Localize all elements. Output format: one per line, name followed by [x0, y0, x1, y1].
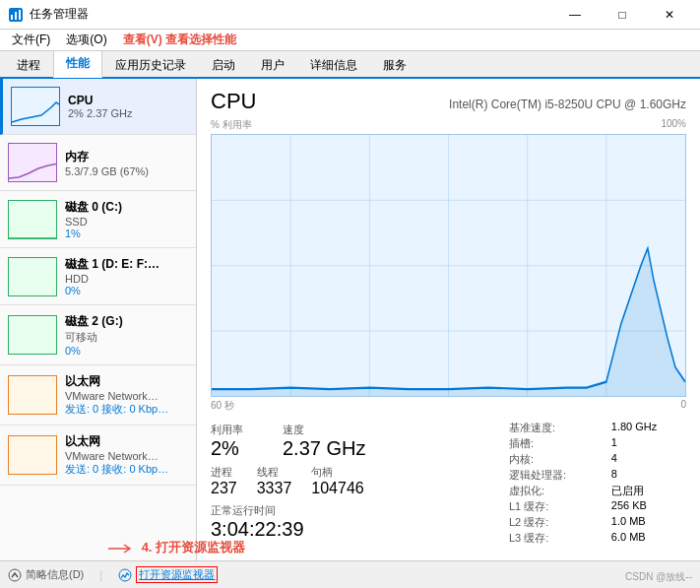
menu-file[interactable]: 文件(F)	[4, 30, 58, 50]
tab-services[interactable]: 服务	[370, 52, 419, 78]
logical-key: 逻辑处理器:	[509, 468, 596, 483]
svg-rect-7	[9, 258, 57, 296]
bottom-bar: 简略信息(D) | 打开资源监视器 4. 打开资源监视器 CSDN @放线--	[0, 560, 700, 588]
eth1-value: 发送: 0 接收: 0 Kbp…	[65, 462, 188, 477]
l1-key: L1 缓存:	[509, 499, 596, 514]
chart-time-right: 0	[680, 399, 686, 413]
sidebar-item-disk2[interactable]: 磁盘 2 (G:) 可移动 0%	[0, 305, 196, 365]
chart-labels: % 利用率 100%	[211, 118, 686, 132]
virtualization-key: 虚拟化:	[509, 484, 596, 498]
eth1-thumb	[8, 435, 57, 475]
collapse-btn[interactable]: 简略信息(D)	[8, 567, 84, 582]
sidebar-item-eth1[interactable]: 以太网 VMware Network… 发送: 0 接收: 0 Kbp…	[0, 425, 196, 486]
chevron-up-icon	[8, 568, 22, 582]
main-content: CPU 2% 2.37 GHz 内存 5.3/7.9 GB (67%)	[0, 79, 700, 560]
svg-rect-6	[9, 201, 57, 239]
eth0-label: 以太网	[65, 373, 188, 390]
chart-time-labels: 60 秒 0	[211, 399, 686, 413]
tab-app-history[interactable]: 应用历史记录	[102, 52, 199, 78]
cores-val: 4	[611, 452, 686, 467]
panel-header: CPU Intel(R) Core(TM) i5-8250U CPU @ 1.6…	[211, 89, 686, 114]
memory-label: 内存	[65, 149, 188, 165]
maximize-button[interactable]: □	[600, 0, 645, 30]
cpu-chart	[211, 134, 686, 397]
handles-stat: 句柄 104746	[311, 463, 363, 499]
svg-rect-10	[9, 436, 57, 475]
cpu-thumb	[11, 87, 60, 126]
uptime-label: 正常运行时间	[211, 503, 509, 518]
disk0-value: 1%	[65, 228, 188, 239]
tab-performance[interactable]: 性能	[53, 50, 102, 78]
cpu-usage: 2% 2.37 GHz	[68, 107, 188, 119]
close-button[interactable]: ✕	[647, 0, 692, 30]
threads-label: 线程	[257, 465, 292, 480]
tab-details[interactable]: 详细信息	[297, 52, 370, 78]
slots-key: 插槽:	[509, 436, 596, 451]
chart-time-left: 60 秒	[211, 399, 234, 413]
memory-thumb	[8, 143, 57, 182]
disk1-type: HDD	[65, 273, 188, 285]
eth0-thumb	[8, 375, 57, 415]
speed-stat: 速度 2.37 GHz	[283, 421, 365, 461]
handles-value: 104746	[311, 480, 363, 497]
annotation-top: 查看选择性能	[165, 33, 236, 46]
separator: |	[99, 568, 102, 582]
processes-stat: 进程 237	[211, 463, 237, 499]
uptime-value: 3:04:22:39	[211, 518, 509, 541]
threads-stat: 线程 3337	[257, 463, 292, 499]
disk1-thumb	[8, 257, 57, 296]
svg-rect-3	[19, 10, 21, 20]
sidebar-item-disk0[interactable]: 磁盘 0 (C:) SSD 1%	[0, 191, 196, 248]
minimize-button[interactable]: —	[552, 0, 598, 30]
uptime-section: 正常运行时间 3:04:22:39	[211, 503, 509, 541]
sidebar-item-eth0[interactable]: 以太网 VMware Network… 发送: 0 接收: 0 Kbp…	[0, 365, 196, 425]
sidebar-item-cpu[interactable]: CPU 2% 2.37 GHz	[0, 79, 196, 135]
l3-val: 6.0 MB	[611, 531, 686, 546]
window-controls: — □ ✕	[552, 0, 692, 30]
l2-val: 1.0 MB	[611, 515, 686, 530]
speed-value: 2.37 GHz	[283, 437, 365, 459]
tab-bar: 进程 性能 应用历史记录 启动 用户 详细信息 服务	[0, 51, 700, 79]
svg-rect-2	[15, 12, 17, 20]
speed-label: 速度	[283, 423, 365, 437]
chart-label-left: % 利用率	[211, 118, 252, 132]
disk1-label: 磁盘 1 (D: E: F:…	[65, 256, 188, 273]
threads-value: 3337	[257, 480, 292, 497]
eth1-label: 以太网	[65, 433, 188, 450]
tab-processes[interactable]: 进程	[4, 52, 53, 78]
panel-subtitle: Intel(R) Core(TM) i5-8250U CPU @ 1.60GHz	[449, 98, 686, 111]
collapse-label: 简略信息(D)	[26, 567, 84, 582]
watermark: CSDN @放线--	[625, 570, 692, 584]
svg-point-20	[9, 569, 21, 581]
svg-rect-8	[9, 316, 57, 355]
menu-options[interactable]: 选项(O)	[58, 30, 114, 50]
utilization-label: 利用率	[211, 423, 243, 437]
logical-val: 8	[611, 468, 686, 483]
svg-rect-5	[9, 144, 57, 182]
disk2-type: 可移动	[65, 330, 188, 345]
cpu-label: CPU	[68, 94, 188, 107]
eth0-value: 发送: 0 接收: 0 Kbp…	[65, 402, 188, 417]
sidebar-item-disk1[interactable]: 磁盘 1 (D: E: F:… HDD 0%	[0, 248, 196, 305]
chart-label-right: 100%	[661, 118, 686, 132]
panel-title: CPU	[211, 89, 256, 114]
slots-val: 1	[611, 436, 686, 451]
tab-startup[interactable]: 启动	[199, 52, 248, 78]
open-monitor-btn[interactable]: 打开资源监视器	[118, 566, 218, 583]
sidebar-item-memory[interactable]: 内存 5.3/7.9 GB (67%)	[0, 135, 196, 191]
virtualization-val: 已启用	[611, 484, 686, 498]
base-speed-val: 1.80 GHz	[611, 421, 686, 435]
utilization-value: 2%	[211, 437, 243, 459]
base-speed-key: 基准速度:	[509, 421, 596, 435]
title-bar: 任务管理器 — □ ✕	[0, 0, 700, 30]
svg-point-21	[119, 569, 131, 581]
svg-rect-9	[9, 376, 57, 415]
disk2-thumb	[8, 315, 57, 355]
open-monitor-label: 打开资源监视器	[136, 566, 218, 583]
menu-view[interactable]: 查看(V) 查看选择性能	[115, 30, 244, 50]
disk2-label: 磁盘 2 (G:)	[65, 313, 188, 330]
handles-label: 句柄	[311, 465, 363, 480]
memory-usage: 5.3/7.9 GB (67%)	[65, 165, 188, 177]
tab-users[interactable]: 用户	[248, 52, 297, 78]
disk1-value: 0%	[65, 285, 188, 296]
